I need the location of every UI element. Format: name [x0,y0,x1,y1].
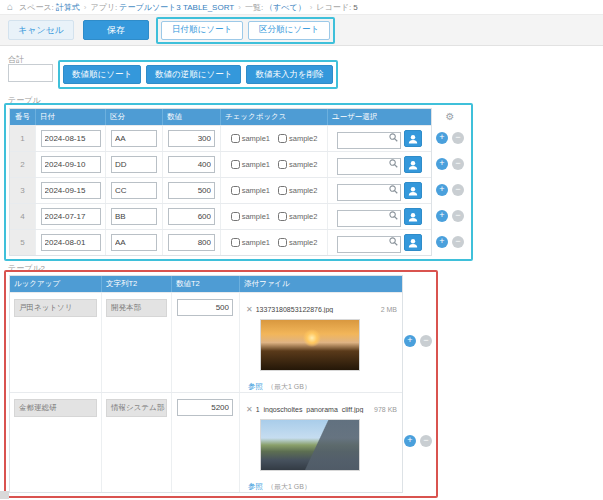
add-row-button[interactable]: + [436,236,448,248]
table1-header-cell: チェックボックス [221,109,328,125]
date-input[interactable] [41,130,101,147]
checkbox[interactable] [231,134,240,143]
row-number-cell: 1 [10,126,36,151]
checkbox-option[interactable]: sample2 [278,238,317,247]
attachment-thumbnail[interactable] [260,419,360,471]
attachment-filesize: 978 KB [374,406,397,413]
numeric-input[interactable] [168,234,215,251]
checkbox-option[interactable]: sample2 [278,212,317,221]
numeric-input[interactable] [168,130,215,147]
date-input[interactable] [41,234,101,251]
breadcrumb-label: スペース: [19,2,54,13]
lookup-value: 戸田ネットソリ [14,299,97,317]
add-row-button[interactable]: + [436,184,448,196]
sort-by-date-button[interactable]: 日付順にソート [161,21,243,40]
cancel-button[interactable]: キャンセル [8,20,74,40]
checkbox-option[interactable]: sample2 [278,186,317,195]
remove-row-button[interactable]: − [452,184,464,196]
checkbox-option[interactable]: sample2 [278,134,317,143]
gear-icon[interactable]: ⚙ [446,112,455,122]
max-size-label: （最大1 GB） [267,382,311,392]
checkbox[interactable] [278,186,287,195]
attachment-filename: 1_ingoscholtes_panorama_cliff.jpg [256,406,371,413]
add-row-button[interactable]: + [436,210,448,222]
sort-numeric-button[interactable]: 数値順にソート [63,65,141,84]
category-input[interactable] [111,208,157,225]
attachment-filesize: 2 MB [381,306,397,313]
checkbox[interactable] [278,160,287,169]
remove-file-icon[interactable]: ✕ [246,305,253,314]
user-picker-button[interactable] [404,234,422,251]
checkbox[interactable] [231,160,240,169]
checkbox-label: sample1 [242,186,270,195]
search-icon[interactable] [389,211,398,220]
checkbox[interactable] [231,186,240,195]
checkbox[interactable] [278,134,287,143]
remove-row-button[interactable]: − [452,236,464,248]
add-row-button[interactable]: + [436,158,448,170]
checkbox-label: sample1 [242,238,270,247]
breadcrumb-link[interactable]: 計算式 [56,2,80,13]
category-input[interactable] [111,182,157,199]
remove-file-icon[interactable]: ✕ [246,405,253,414]
checkbox-option[interactable]: sample1 [231,212,270,221]
user-picker-button[interactable] [404,130,422,147]
category-input[interactable] [111,156,157,173]
text-value: 情報システム部 [106,399,167,417]
search-icon[interactable] [389,133,398,142]
search-icon[interactable] [389,159,398,168]
home-icon[interactable]: ⌂ [7,2,13,12]
add-row-button[interactable]: + [436,132,448,144]
numeric-input[interactable] [168,182,215,199]
category-input[interactable] [111,234,157,251]
category-input[interactable] [111,130,157,147]
table2-header-cell: 数値T2 [172,276,240,292]
table-row: 3 sample1 sample2 [10,177,431,203]
attachment-thumbnail[interactable] [260,319,360,371]
checkbox[interactable] [278,238,287,247]
max-size-label: （最大1 GB） [267,482,311,492]
breadcrumb-item-record: レコード: 5 [316,2,357,13]
add-row-button[interactable]: + [404,435,416,447]
remove-row-button[interactable]: − [452,158,464,170]
sort-numeric-reverse-button[interactable]: 数値の逆順にソート [146,65,241,84]
table2-header-row: ルックアップ 文字列T2 数値T2 添付ファイル [10,276,402,292]
checkbox-option[interactable]: sample1 [231,134,270,143]
breadcrumb-link[interactable]: テーブルソート3 TABLE_SORT [119,2,234,13]
search-icon[interactable] [389,185,398,194]
checkbox[interactable] [231,212,240,221]
breadcrumb-separator-icon: › [84,3,87,12]
delete-empty-numeric-button[interactable]: 数値未入力を削除 [246,65,332,84]
sort-by-category-button[interactable]: 区分順にソート [248,21,330,40]
add-row-button[interactable]: + [404,335,416,347]
remove-row-button[interactable]: − [452,210,464,222]
search-icon[interactable] [389,237,398,246]
highlight-frame-table2: ルックアップ 文字列T2 数値T2 添付ファイル 戸田ネットソリ 開発本部 ✕ [4,270,438,498]
checkbox-option[interactable]: sample1 [231,160,270,169]
remove-row-button[interactable]: − [420,335,432,347]
total-input[interactable] [8,64,53,82]
numeric-input[interactable] [168,156,215,173]
remove-row-button[interactable]: − [420,435,432,447]
breadcrumb-link[interactable]: （すべて） [265,2,306,13]
browse-link[interactable]: 参照 [248,382,263,392]
date-input[interactable] [41,156,101,173]
user-picker-button[interactable] [404,156,422,173]
save-button[interactable]: 保存 [83,20,149,40]
row-number-cell: 3 [10,178,36,203]
numeric-t2-input[interactable] [177,299,233,316]
checkbox[interactable] [231,238,240,247]
checkbox-option[interactable]: sample2 [278,160,317,169]
remove-row-button[interactable]: − [452,132,464,144]
user-picker-button[interactable] [404,182,422,199]
browse-link[interactable]: 参照 [248,482,263,492]
user-picker-button[interactable] [404,208,422,225]
date-input[interactable] [41,182,101,199]
numeric-input[interactable] [168,208,215,225]
checkbox-label: sample2 [289,134,317,143]
checkbox-option[interactable]: sample1 [231,186,270,195]
checkbox[interactable] [278,212,287,221]
date-input[interactable] [41,208,101,225]
numeric-t2-input[interactable] [177,399,233,416]
checkbox-option[interactable]: sample1 [231,238,270,247]
